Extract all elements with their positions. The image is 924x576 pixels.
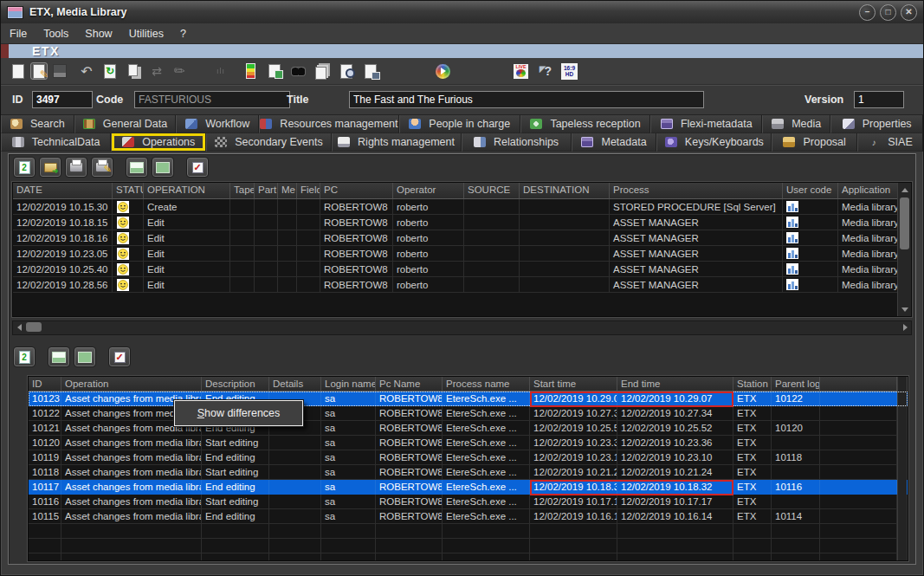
tab-metadata[interactable]: Metadata xyxy=(572,133,657,152)
tab-resources-management[interactable]: Resources management xyxy=(259,115,399,133)
table-row[interactable]: 10117Asset changes from media libraryEnd… xyxy=(29,480,908,495)
column-header-parent-log[interactable]: Parent log xyxy=(772,377,820,392)
tab-secondary-events[interactable]: Secondary Events xyxy=(206,133,331,152)
table-row[interactable]: 10118Asset changes from media librarySta… xyxy=(29,465,908,480)
view-split-button[interactable] xyxy=(126,157,148,178)
column-header-id[interactable]: ID xyxy=(29,377,61,392)
images-icon[interactable] xyxy=(266,62,283,80)
column-header-description[interactable]: Description xyxy=(202,377,269,392)
context-menu-item-show-differences[interactable]: Show differences xyxy=(197,407,281,419)
view-split-button[interactable] xyxy=(48,346,70,367)
column-header-pc-name[interactable]: Pc Name xyxy=(376,377,443,392)
scrollbar-thumb[interactable] xyxy=(900,197,909,249)
column-header-field[interactable]: Field xyxy=(297,183,320,199)
menu-item-show[interactable]: Show xyxy=(85,28,112,40)
help-pointer-icon[interactable] xyxy=(537,62,554,80)
maximize-button[interactable]: □ xyxy=(880,4,896,21)
menu-item-file[interactable]: File xyxy=(10,28,27,40)
print-button[interactable] xyxy=(65,157,87,178)
table-row[interactable]: 12/02/2019 10.15.30CreateROBERTOW8robert… xyxy=(13,199,898,215)
tab-rights-management[interactable]: Rights management xyxy=(332,133,462,152)
save-icon[interactable] xyxy=(51,62,68,80)
binoculars-icon[interactable] xyxy=(289,62,307,80)
tab-keys-keyboards[interactable]: Keys/Keyboards xyxy=(656,133,772,152)
tab-operations[interactable]: Operations xyxy=(111,133,206,152)
levels-icon[interactable] xyxy=(242,62,259,80)
version-field[interactable] xyxy=(854,91,904,108)
scroll-right-arrow[interactable] xyxy=(899,321,911,333)
export-document-icon[interactable] xyxy=(362,62,379,80)
horizontal-scrollbar[interactable] xyxy=(12,320,912,335)
media-player-icon[interactable] xyxy=(434,62,451,80)
tab-search[interactable]: Search xyxy=(1,115,74,133)
undo-icon[interactable] xyxy=(78,62,95,80)
column-header-operation[interactable]: OPERATION xyxy=(144,183,230,199)
table-row[interactable]: 10121Asset changes from media libraryEnd… xyxy=(29,421,908,436)
scroll-up-arrow[interactable] xyxy=(898,184,911,196)
column-header-tape[interactable]: Tape xyxy=(230,183,255,199)
code-field[interactable] xyxy=(134,91,290,108)
table-row[interactable]: 10119Asset changes from media libraryEnd… xyxy=(29,450,908,465)
scrollbar-track[interactable] xyxy=(897,465,908,480)
column-header-date[interactable]: DATE xyxy=(13,183,113,199)
view-full-button[interactable] xyxy=(152,157,174,178)
column-header-start-time[interactable]: Start time xyxy=(530,377,617,392)
stack-icon[interactable] xyxy=(313,62,331,80)
view-full-button[interactable] xyxy=(74,346,96,367)
scrollbar-thumb[interactable] xyxy=(26,322,42,332)
scrollbar-track[interactable] xyxy=(897,539,908,553)
column-header-statu[interactable]: STATU xyxy=(113,183,144,199)
edit-icon[interactable] xyxy=(30,62,48,80)
table-row[interactable]: 10120Asset changes from media librarySta… xyxy=(29,436,908,450)
column-header-me[interactable]: Me xyxy=(278,183,297,199)
table-row[interactable]: 12/02/2019 10.23.05EditROBERTOW8robertoA… xyxy=(13,246,898,262)
column-header-user-code[interactable]: User code xyxy=(783,183,838,199)
table-row[interactable]: 12/02/2019 10.18.16EditROBERTOW8robertoA… xyxy=(13,230,898,246)
check-button[interactable] xyxy=(108,346,131,367)
scrollbar-track[interactable] xyxy=(897,495,908,509)
scrollbar-track[interactable] xyxy=(897,436,908,450)
column-header-station[interactable]: Station xyxy=(733,377,772,392)
id-field[interactable] xyxy=(32,91,93,108)
print-edit-button[interactable] xyxy=(91,157,113,178)
tab-flexi-metadata[interactable]: Flexi-metadata xyxy=(650,115,762,133)
table-row[interactable]: 12/02/2019 10.18.15EditROBERTOW8robertoA… xyxy=(13,215,898,230)
export-button[interactable] xyxy=(39,157,61,178)
minimize-button[interactable]: – xyxy=(859,4,876,21)
preview-icon[interactable] xyxy=(338,62,355,80)
close-button[interactable]: ✕ xyxy=(901,4,917,21)
table-row[interactable]: 12/02/2019 10.28.56EditROBERTOW8robertoA… xyxy=(13,277,898,293)
column-header-part[interactable]: Part xyxy=(255,183,278,199)
table-row[interactable]: 12/02/2019 10.25.40EditROBERTOW8robertoA… xyxy=(13,262,898,277)
column-header-details[interactable]: Details xyxy=(269,377,321,392)
tab-relationships[interactable]: Relationships xyxy=(462,133,572,152)
scrollbar-track[interactable] xyxy=(897,406,908,421)
scrollbar-track[interactable] xyxy=(897,553,908,561)
scrollbar-track[interactable] xyxy=(897,509,908,524)
column-header-source[interactable]: SOURCE xyxy=(464,183,520,199)
refresh-button[interactable] xyxy=(13,157,36,178)
check-button[interactable] xyxy=(186,157,209,178)
column-header-end-time[interactable]: End time xyxy=(617,377,733,392)
live-icon[interactable]: LIVE xyxy=(514,64,528,79)
audio-levels-icon[interactable] xyxy=(212,62,229,80)
tab-general-data[interactable]: General Data xyxy=(74,115,177,133)
column-header-login-name[interactable]: Login name xyxy=(321,377,376,392)
refresh-button[interactable] xyxy=(13,346,36,367)
refresh-icon[interactable] xyxy=(101,62,119,80)
table-row[interactable]: 10122Asset changes from media librarysaR… xyxy=(29,406,908,421)
tab-tapeless-reception[interactable]: Tapeless reception xyxy=(520,115,651,133)
tab-people-in-charge[interactable]: People in charge xyxy=(399,115,520,133)
column-header-operator[interactable]: Operator xyxy=(393,183,464,199)
menu-item-utilities[interactable]: Utilities xyxy=(129,28,164,40)
tab-siae[interactable]: ♪SIAE xyxy=(857,133,923,152)
column-header-process[interactable]: Process xyxy=(610,183,783,199)
column-header-pc[interactable]: PC xyxy=(320,183,393,199)
table-row[interactable]: 10115Asset changes from media libraryEnd… xyxy=(29,509,908,524)
scrollbar-track[interactable] xyxy=(897,480,908,495)
column-header-process-name[interactable]: Process name xyxy=(443,377,530,392)
vertical-scrollbar[interactable] xyxy=(897,183,911,316)
column-header-destination[interactable]: DESTINATION xyxy=(520,183,610,199)
new-document-icon[interactable] xyxy=(10,62,27,80)
scrollbar-track[interactable] xyxy=(897,524,908,539)
